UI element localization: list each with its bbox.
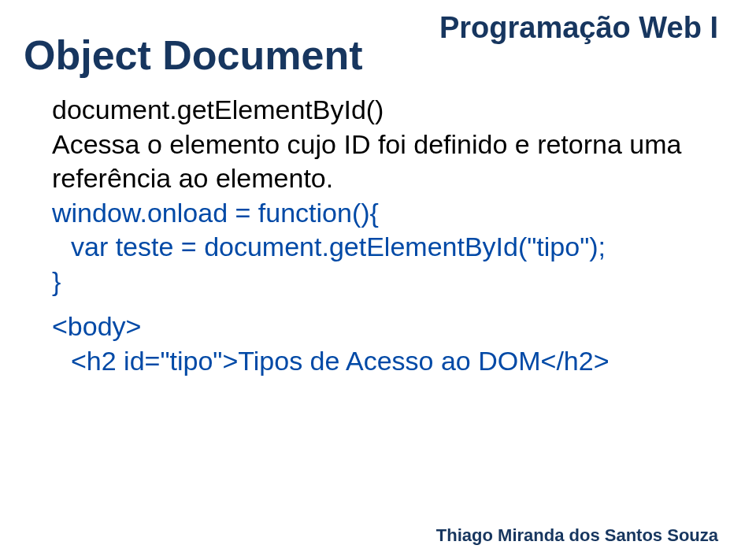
html-line-1: <body> — [52, 310, 718, 344]
description-line-2: referência ao elemento. — [52, 161, 718, 196]
slide-title: Object Document — [24, 32, 363, 79]
html-l2-a: <h2 id= — [71, 346, 160, 376]
html-line-2: <h2 id="tipo">Tipos de Acesso ao DOM</h2… — [52, 344, 718, 379]
code-l2-c: tipo — [536, 232, 580, 261]
description-line-1: Acessa o elemento cujo ID foi definido e… — [52, 128, 718, 162]
code-line-3: } — [52, 265, 718, 299]
code-l2-e: ); — [589, 232, 606, 261]
code-line-2: var teste = document.getElementById("tip… — [52, 230, 718, 265]
html-l2-d: " — [213, 346, 222, 376]
html-l2-e: >Tipos de Acesso ao DOM</h2> — [222, 346, 609, 376]
author-footer: Thiago Miranda dos Santos Souza — [436, 525, 718, 546]
method-name: document.getElementById() — [52, 93, 718, 128]
course-header: Programação Web I — [439, 11, 718, 45]
slide-content: document.getElementById() Acessa o eleme… — [52, 93, 718, 378]
code-l2-d: " — [580, 232, 589, 261]
html-l2-b: " — [160, 346, 169, 376]
code-line-1: window.onload = function(){ — [52, 196, 718, 231]
code-l2-a: var teste = document.getElementById( — [71, 232, 527, 261]
html-l2-c: tipo — [170, 346, 213, 376]
code-l2-b: " — [527, 232, 536, 261]
